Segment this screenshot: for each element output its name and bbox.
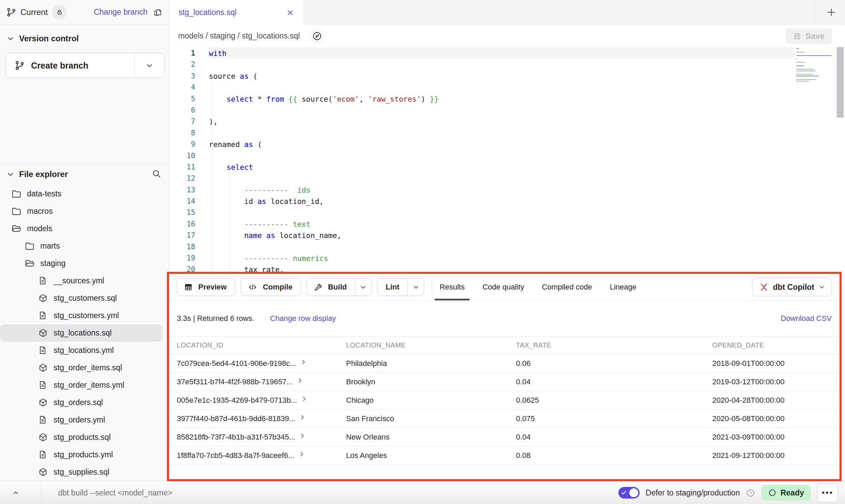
open-lineage-icon[interactable]: [310, 29, 325, 44]
tree-item-stg-products-yml[interactable]: stg_products.yml: [0, 446, 162, 463]
table-row[interactable]: 37e5f311-b7f4-4f2f-988b-719657... Brookl…: [169, 373, 840, 391]
create-branch-button[interactable]: Create branch: [5, 53, 164, 78]
code-line[interactable]: 11 select: [169, 162, 845, 173]
query-summary: 3.3s | Returned 6 rows.: [177, 314, 254, 323]
expand-command-bar-button[interactable]: [6, 486, 25, 500]
command-input[interactable]: dbt build --select <model_name>: [58, 481, 172, 504]
copy-branch-icon[interactable]: [153, 8, 162, 17]
code-line[interactable]: 19 ---------- numerics: [169, 253, 845, 264]
cell-tax-rate: 0.0625: [516, 396, 712, 405]
chevron-down-icon: [359, 283, 367, 291]
dbt-cloud-ide: Current Change branch Version control Cr…: [0, 0, 845, 504]
expand-cell-icon[interactable]: [299, 433, 305, 439]
cell-opened-date: 2020-05-08T00:00:00: [712, 414, 840, 423]
code-line[interactable]: 5 select * from {{ source('ecom', 'raw_s…: [169, 93, 845, 105]
save-button[interactable]: Save: [786, 28, 832, 44]
ide-status-label: Ready: [780, 488, 804, 498]
code-line[interactable]: 10: [169, 150, 845, 162]
expand-cell-icon[interactable]: [301, 396, 307, 402]
tree-item-staging[interactable]: staging: [0, 255, 162, 272]
tree-item-stg-locations-yml[interactable]: stg_locations.yml: [0, 342, 162, 359]
change-row-display-link[interactable]: Change row display: [270, 314, 336, 323]
editor-scrollbar[interactable]: [837, 47, 844, 118]
tree-item-stg-customers-yml[interactable]: stg_customers.yml: [0, 307, 162, 324]
tree-item-stg-order-items-sql[interactable]: stg_order_items.sql: [0, 359, 162, 376]
lint-dropdown[interactable]: [407, 279, 424, 296]
code-line[interactable]: 4: [169, 82, 845, 93]
code-line[interactable]: 6: [169, 105, 845, 116]
tree-item-stg-products-sql[interactable]: stg_products.sql: [0, 429, 162, 446]
compile-button[interactable]: Compile: [241, 278, 301, 296]
table-row[interactable]: 1f8ffa70-7cb5-4d83-8a7f-9aceef6... Los A…: [169, 446, 840, 465]
minimap[interactable]: [796, 48, 834, 83]
close-tab-icon[interactable]: [286, 9, 294, 17]
code-line[interactable]: 9 renamed as (: [169, 139, 845, 150]
code-editor[interactable]: 1 with 2 3 source as ( 4 5 select * from…: [169, 47, 845, 273]
code-line[interactable]: 17 name as location_name,: [169, 230, 845, 241]
cell-location-name: New Orleans: [346, 433, 516, 442]
chevron-down-icon: [7, 35, 14, 42]
table-row[interactable]: 858218fb-73f7-4b1b-a31f-57b345... New Or…: [169, 428, 840, 446]
expand-cell-icon[interactable]: [299, 414, 305, 420]
code-line[interactable]: 14 id as location_id,: [169, 196, 845, 207]
version-control-section[interactable]: Version control: [0, 30, 169, 47]
tree-item-label: macros: [27, 207, 53, 216]
tree-item-stg-orders-yml[interactable]: stg_orders.yml: [0, 411, 162, 429]
tree-item-label: staging: [40, 259, 66, 268]
tab-bar: stg_locations.sql: [169, 0, 845, 25]
dbt-copilot-button[interactable]: dbt Copilot: [752, 278, 832, 296]
help-icon[interactable]: ?: [746, 488, 755, 498]
tree-item-stg-supplies-sql[interactable]: stg_supplies.sql: [0, 463, 162, 481]
code-line[interactable]: 15: [169, 207, 845, 218]
search-icon[interactable]: [152, 169, 161, 178]
more-options-button[interactable]: •••: [817, 483, 838, 502]
table-row[interactable]: 005e7e1c-1935-4269-b479-0713b... Chicago…: [169, 391, 840, 410]
ide-status-badge[interactable]: Ready: [761, 485, 811, 501]
code-line[interactable]: 7 ),: [169, 116, 845, 127]
tree-item-stg-locations-sql[interactable]: stg_locations.sql: [0, 324, 162, 342]
table-row[interactable]: 7c079cea-5ed4-4101-906e-9198c... Philade…: [169, 354, 840, 373]
table-row[interactable]: 3977f440-b87d-461b-9dd6-81839... San Fra…: [169, 410, 840, 428]
code-line[interactable]: 2: [169, 59, 845, 70]
build-button[interactable]: Build: [307, 279, 355, 296]
code-line[interactable]: 12: [169, 173, 845, 184]
code-line[interactable]: 18: [169, 241, 845, 253]
code-line[interactable]: 13 ---------- ids: [169, 184, 845, 196]
code-line[interactable]: 3 source as (: [169, 71, 845, 82]
tree-item-label: stg_locations.yml: [54, 346, 114, 355]
code-line[interactable]: 1 with: [169, 48, 845, 59]
tree-item-stg-orders-sql[interactable]: stg_orders.sql: [0, 394, 162, 411]
tree-item-stg-order-items-yml[interactable]: stg_order_items.yml: [0, 376, 162, 394]
current-branch-label: Current: [20, 8, 48, 17]
tree-item-data-tests[interactable]: data-tests: [0, 185, 162, 203]
download-csv-link[interactable]: Download CSV: [781, 314, 832, 323]
change-branch-link[interactable]: Change branch: [94, 8, 147, 17]
tree-item-marts[interactable]: marts: [0, 237, 162, 255]
statusbar-divider: [41, 481, 41, 504]
panel-tab-results[interactable]: Results: [440, 274, 464, 300]
create-branch-dropdown[interactable]: [134, 53, 164, 78]
tree-item-stg-customers-sql[interactable]: stg_customers.sql: [0, 290, 162, 307]
line-number: 6: [169, 105, 209, 116]
compass-icon: [312, 31, 322, 41]
lint-button[interactable]: Lint: [377, 279, 407, 296]
version-control-title: Version control: [19, 34, 79, 43]
expand-cell-icon[interactable]: [299, 451, 305, 457]
code-line[interactable]: 16 ---------- text: [169, 219, 845, 230]
code-line[interactable]: 20 tax_rate,: [169, 264, 845, 273]
code-line[interactable]: 8: [169, 128, 845, 139]
tree-item-label: stg_order_items.sql: [54, 363, 122, 372]
defer-toggle[interactable]: [618, 487, 640, 499]
build-dropdown[interactable]: [355, 279, 371, 296]
preview-button[interactable]: Preview: [177, 278, 235, 296]
tab-stg-locations-sql[interactable]: stg_locations.sql: [169, 0, 304, 25]
panel-tab-compiled-code[interactable]: Compiled code: [542, 274, 592, 300]
tree-item-sources-yml[interactable]: __sources.yml: [0, 272, 162, 290]
panel-tab-lineage[interactable]: Lineage: [610, 274, 636, 300]
expand-cell-icon[interactable]: [297, 377, 303, 384]
panel-tab-code-quality[interactable]: Code quality: [483, 274, 524, 300]
expand-cell-icon[interactable]: [300, 359, 306, 365]
new-tab-button[interactable]: [824, 5, 839, 19]
tree-item-macros[interactable]: macros: [0, 203, 162, 220]
tree-item-models[interactable]: models: [0, 220, 162, 237]
